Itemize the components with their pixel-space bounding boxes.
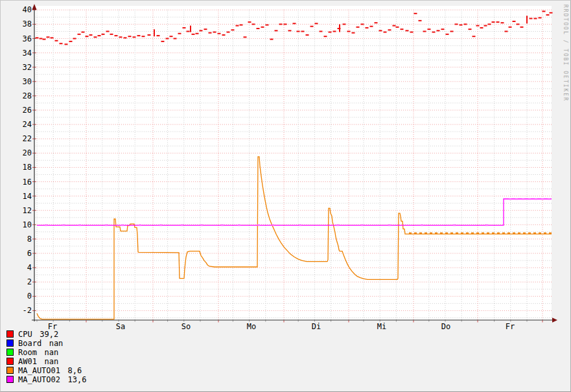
legend-row-board: Boardnan [6, 339, 86, 348]
legend-row-room: Roomnan [6, 348, 86, 357]
legend-value: nan [44, 357, 58, 366]
svg-text:2: 2 [27, 277, 32, 286]
legend-swatch-board [6, 340, 14, 347]
legend-label: Room [18, 348, 37, 357]
legend-label: AW01 [18, 357, 37, 366]
svg-text:28: 28 [23, 91, 32, 100]
svg-text:4: 4 [27, 263, 32, 272]
svg-text:12: 12 [23, 206, 32, 215]
svg-text:6: 6 [27, 249, 32, 258]
svg-text:20: 20 [23, 148, 32, 157]
legend-row-ma-auto01: MA_AUTO018,6 [6, 366, 86, 375]
svg-text:So: So [181, 322, 191, 331]
legend: CPU39,2 Boardnan Roomnan AW01nan MA_AUTO… [6, 330, 86, 384]
legend-value: 13,6 [68, 375, 87, 384]
svg-text:Mo: Mo [247, 322, 256, 331]
svg-text:18: 18 [23, 163, 32, 172]
svg-text:Mi: Mi [377, 322, 386, 331]
svg-text:22: 22 [23, 134, 32, 143]
svg-text:14: 14 [23, 192, 32, 201]
legend-swatch-cpu [6, 330, 14, 338]
svg-text:30: 30 [23, 77, 32, 86]
svg-text:Di: Di [312, 322, 321, 331]
svg-text:8: 8 [27, 235, 32, 244]
svg-text:40: 40 [23, 5, 32, 14]
legend-value: nan [49, 339, 64, 348]
svg-text:36: 36 [23, 34, 32, 43]
rrdtool-graph-window: 4038363432302826242220181614121086420-2F… [0, 0, 571, 392]
svg-text:34: 34 [23, 49, 32, 58]
svg-text:0: 0 [27, 292, 32, 301]
legend-value: 8,6 [68, 366, 82, 375]
legend-value: nan [44, 348, 58, 357]
legend-row-cpu: CPU39,2 [6, 330, 86, 339]
svg-text:32: 32 [23, 63, 32, 72]
svg-text:Fr: Fr [506, 322, 515, 331]
svg-text:38: 38 [23, 19, 32, 29]
svg-text:-2: -2 [23, 306, 32, 315]
svg-text:Sa: Sa [116, 322, 125, 331]
legend-value: 39,2 [40, 330, 58, 339]
svg-text:16: 16 [23, 178, 32, 187]
legend-swatch-ma-auto02 [6, 376, 14, 383]
svg-text:26: 26 [23, 106, 32, 115]
legend-row-aw01: AW01nan [6, 357, 86, 366]
legend-swatch-room [6, 349, 14, 356]
legend-label: MA_AUTO02 [18, 375, 60, 384]
legend-label: MA_AUTO01 [18, 366, 60, 375]
svg-text:10: 10 [23, 220, 32, 229]
svg-text:Do: Do [441, 322, 450, 331]
legend-swatch-aw01 [6, 358, 14, 365]
svg-text:24: 24 [23, 120, 32, 129]
legend-row-ma-auto02: MA_AUTO0213,6 [6, 375, 86, 384]
legend-swatch-ma-auto01 [6, 367, 14, 374]
legend-label: CPU [18, 330, 32, 339]
legend-label: Board [18, 339, 41, 348]
rrdtool-watermark: RRDTOOL / TOBI OETIKER [563, 5, 568, 102]
